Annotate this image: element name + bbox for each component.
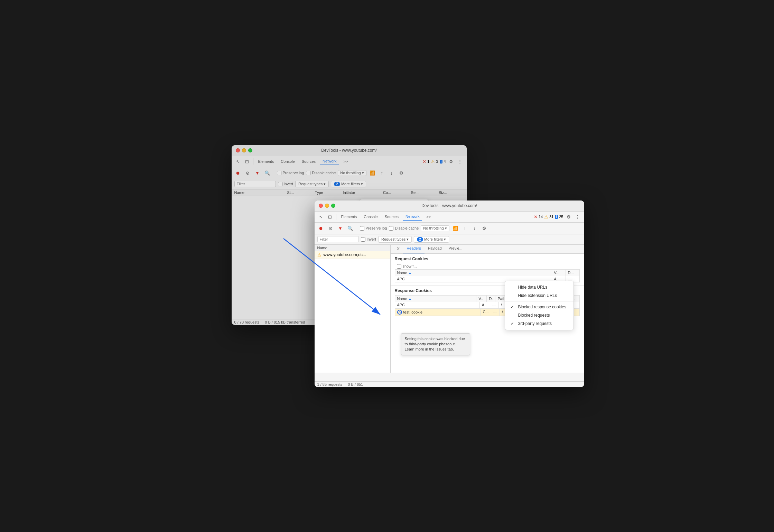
back-cursor-icon[interactable]: ↖ (234, 158, 242, 165)
back-filter-bar: Invert Request types ▾ 2 More filters ▾ (232, 179, 467, 189)
front-tab-elements[interactable]: Elements (338, 213, 360, 220)
back-title-bar: DevTools - www.youtube.com/ (232, 145, 467, 156)
front-error-count: 14 (539, 215, 543, 219)
front-detail-tab-preview[interactable]: Previe... (445, 245, 466, 253)
back-request-types-button[interactable]: Request types ▾ (295, 181, 329, 187)
front-menu-3rd-party[interactable]: ✓ 3rd-party requests (505, 319, 573, 328)
front-cursor-icon[interactable]: ↖ (317, 213, 325, 221)
front-detail-tab-payload[interactable]: Payload (425, 245, 445, 253)
back-filter-button[interactable]: ▼ (254, 169, 261, 177)
back-invert-label[interactable]: Invert (278, 182, 293, 186)
back-tab-sources[interactable]: Sources (299, 158, 318, 165)
back-record-stop-button[interactable]: ⏺ (234, 169, 242, 177)
front-tab-console[interactable]: Console (361, 213, 380, 220)
front-settings-icon[interactable]: ⚙ (565, 213, 572, 221)
front-dropdown-menu: Hide data URLs Hide extension URLs ✓ Blo… (505, 281, 574, 330)
back-more-filters-button[interactable]: 2 More filters ▾ (331, 181, 366, 187)
back-tab-elements[interactable]: Elements (255, 158, 277, 165)
back-download-icon[interactable]: ↓ (388, 169, 395, 177)
back-tab-network[interactable]: Network (320, 158, 339, 165)
back-error-badge: ✕ 1 (422, 159, 429, 164)
front-tab-network[interactable]: Network (403, 213, 422, 221)
front-separator-1 (336, 214, 336, 220)
back-status-transfer: 0 B / 815 kB transferred (265, 320, 305, 324)
front-req-cookies-checkbox[interactable] (397, 264, 401, 269)
front-req-cookie-col-name: Name ▲ (395, 270, 552, 276)
front-more-filters-button[interactable]: 2 More filters ▾ (414, 236, 449, 243)
front-info-badge: i 25 (555, 215, 563, 219)
back-throttle-chevron: ▾ (362, 171, 364, 175)
front-invert-checkbox[interactable] (361, 237, 365, 242)
back-toolbar-settings-icon[interactable]: ⚙ (398, 169, 405, 177)
back-filter-input[interactable] (234, 181, 276, 187)
back-more-icon[interactable]: ⋮ (456, 158, 464, 165)
front-toolbar-sep (357, 225, 357, 231)
back-tab-console[interactable]: Console (278, 158, 297, 165)
back-col-name: Name (234, 190, 285, 195)
back-disable-cache-label[interactable]: Disable cache (306, 171, 336, 175)
front-menu-check-4 (511, 313, 515, 318)
back-preserve-log-label[interactable]: Preserve log (277, 171, 304, 175)
back-throttle-select[interactable]: No throttling ▾ (338, 170, 366, 176)
front-menu-hide-ext-urls[interactable]: Hide extension URLs (505, 291, 573, 300)
front-maximize-button[interactable] (331, 204, 335, 208)
front-download-icon[interactable]: ↓ (471, 224, 478, 232)
front-traffic-lights (319, 204, 335, 208)
front-disable-cache-checkbox[interactable] (389, 226, 393, 231)
front-upload-icon[interactable]: ↑ (461, 224, 469, 232)
back-preserve-log-checkbox[interactable] (277, 171, 281, 175)
front-request-types-button[interactable]: Request types ▾ (378, 236, 412, 243)
back-clear-button[interactable]: ⊘ (244, 169, 252, 177)
front-resp-warning-icon-2: ⚠ (397, 310, 402, 315)
front-search-button[interactable]: 🔍 (346, 224, 354, 232)
front-throttle-select[interactable]: No throttling ▾ (421, 225, 449, 231)
back-search-button[interactable]: 🔍 (263, 169, 271, 177)
front-menu-blocked-cookies[interactable]: ✓ Blocked response cookies (505, 303, 573, 311)
front-tab-more[interactable]: >> (423, 213, 433, 220)
front-detail-tab-headers[interactable]: Headers (403, 245, 425, 253)
back-settings-icon[interactable]: ⚙ (447, 158, 455, 165)
front-wifi-icon[interactable]: 📶 (451, 224, 459, 232)
back-error-icon: ✕ (422, 159, 426, 164)
front-menu-hide-data-urls[interactable]: Hide data URLs (505, 283, 573, 291)
back-tab-more[interactable]: >> (341, 158, 351, 165)
front-more-icon[interactable]: ⋮ (574, 213, 581, 221)
front-filter-input[interactable] (317, 236, 359, 242)
front-menu-blocked-requests[interactable]: Blocked requests (505, 311, 573, 319)
back-separator-1 (253, 158, 253, 165)
front-request-panel: Name ⚠ www.youtube.com;dc... (315, 245, 391, 373)
front-req-warning-icon: ⚠ (317, 252, 321, 258)
back-warning-badge: ⚠ 3 (431, 159, 438, 164)
front-window-title: DevTools - www.youtube.com/ (319, 203, 580, 208)
back-disable-cache-checkbox[interactable] (306, 171, 310, 175)
front-request-row-1[interactable]: ⚠ www.youtube.com;dc... (315, 251, 390, 259)
back-wifi-icon[interactable]: 📶 (369, 169, 376, 177)
front-request-cookies-show-filter[interactable]: show f... (395, 263, 580, 269)
front-record-stop-button[interactable]: ⏺ (317, 224, 325, 232)
back-invert-checkbox[interactable] (278, 182, 282, 186)
back-minimize-button[interactable] (242, 148, 246, 152)
front-tab-sources[interactable]: Sources (382, 213, 401, 220)
front-resp-cookie-col-v: V.. (476, 296, 487, 302)
front-close-button[interactable] (319, 204, 323, 208)
front-request-table-header: Name (315, 245, 390, 251)
front-preserve-log-checkbox[interactable] (360, 226, 364, 231)
front-req-cookie-col-d: D... (566, 270, 580, 276)
back-more-filters-chevron: ▾ (361, 182, 363, 186)
front-detail-close[interactable]: X (393, 245, 403, 253)
front-preserve-log-label[interactable]: Preserve log (360, 226, 387, 231)
front-minimize-button[interactable] (325, 204, 329, 208)
front-filter-button[interactable]: ▼ (337, 224, 344, 232)
front-status-bar: 1 / 85 requests 0 B / 651 (315, 381, 584, 387)
front-warning-count: 31 (549, 215, 553, 219)
front-clear-button[interactable]: ⊘ (327, 224, 335, 232)
front-disable-cache-label[interactable]: Disable cache (389, 226, 419, 231)
back-col-size: Siz... (439, 190, 464, 195)
front-inspect-icon[interactable]: ⊡ (326, 213, 334, 221)
back-upload-icon[interactable]: ↑ (378, 169, 386, 177)
back-close-button[interactable] (236, 148, 240, 152)
front-invert-label[interactable]: Invert (361, 237, 376, 242)
front-toolbar-settings-icon[interactable]: ⚙ (481, 224, 488, 232)
back-maximize-button[interactable] (248, 148, 252, 152)
back-inspect-icon[interactable]: ⊡ (243, 158, 251, 165)
